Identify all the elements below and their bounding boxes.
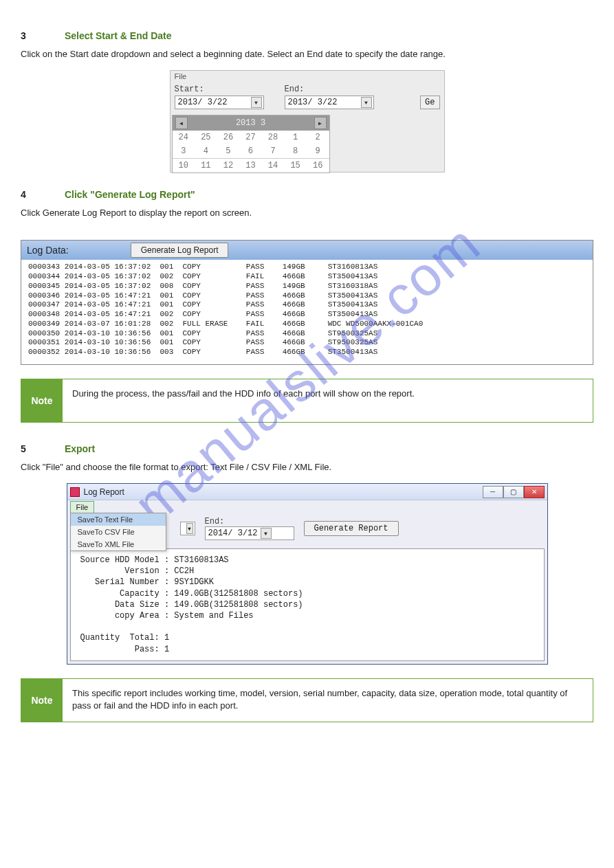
control-row: ▼ End: 2014/ 3/12 ▼ Generate Report [171, 517, 547, 546]
note-content: During the process, the pass/fail and th… [63, 379, 593, 422]
calendar-day[interactable]: 26 [217, 131, 240, 144]
generate-log-report-button[interactable]: Generate Log Report [131, 243, 229, 258]
calendar-day[interactable]: 10 [173, 159, 195, 173]
calendar-day[interactable]: 5 [217, 144, 240, 159]
chevron-down-icon[interactable]: ▼ [186, 523, 193, 534]
calendar-grid: 24 25 26 27 28 1 2 3 4 5 6 7 8 9 10 11 1… [173, 131, 329, 173]
calendar-day[interactable]: 27 [239, 131, 262, 144]
section-2-heading: 4 Click "Generate Log Report" [21, 189, 593, 200]
start-date-value: 2013/ 3/22 [178, 98, 228, 107]
calendar-day[interactable]: 3 [173, 144, 195, 159]
calendar-day[interactable]: 2 [307, 131, 329, 144]
report-text-area: Source HDD Model : ST3160813AS Version :… [70, 548, 545, 661]
section-2-title: Click "Generate Log Report" [65, 189, 195, 200]
file-menu[interactable]: File [171, 71, 444, 82]
section-3-body: Click "File" and choose the file format … [21, 461, 593, 474]
section-2-body: Click Generate Log Report to display the… [21, 207, 593, 219]
chevron-down-icon[interactable]: ▼ [361, 97, 372, 108]
chevron-down-icon[interactable]: ▼ [251, 97, 262, 108]
section-1-heading: 3 Select Start & End Date [21, 30, 593, 41]
end-label: End: [205, 517, 294, 526]
calendar-day[interactable]: 7 [262, 144, 285, 159]
file-menu-popup: SaveTo Text File SaveTo CSV File SaveTo … [70, 513, 166, 551]
log-data-body: 0000343 2014-03-05 16:37:02 001 COPY PAS… [21, 260, 593, 364]
menu-item-save-csv[interactable]: SaveTo CSV File [71, 526, 166, 538]
section-1-body: Click on the Start date dropdown and sel… [21, 48, 593, 60]
end-date-value: 2013/ 3/22 [288, 98, 338, 107]
calendar-day[interactable]: 11 [195, 159, 217, 173]
calendar-day[interactable]: 8 [284, 144, 307, 159]
calendar-next-icon[interactable]: ▶ [314, 117, 327, 129]
note-tab: Note [21, 379, 63, 422]
calendar-day[interactable]: 14 [262, 159, 285, 173]
calendar-day[interactable]: 24 [173, 131, 195, 144]
start-date-block: Start: 2013/ 3/22 ▼ [175, 85, 264, 109]
calendar-day[interactable]: 6 [239, 144, 262, 159]
end-label: End: [285, 85, 374, 94]
start-label: Start: [175, 85, 264, 94]
calendar-header: ◀ 2013 3 ▶ [173, 115, 329, 131]
menu-bar: File [67, 500, 547, 514]
section-2-number: 4 [21, 189, 62, 200]
start-date-dropdown-collapsed[interactable]: ▼ [180, 522, 195, 535]
log-data-panel: Log Data: Generate Log Report 0000343 20… [21, 240, 593, 365]
note-box-1: Note During the process, the pass/fail a… [21, 379, 593, 423]
end-date-value: 2014/ 3/12 [208, 528, 258, 538]
note-content: This specific report includes working ti… [63, 679, 593, 722]
date-picker-panel: File Start: 2013/ 3/22 ▼ End: 2013/ 3/22… [170, 70, 445, 173]
log-data-label: Log Data: [27, 245, 69, 256]
close-button[interactable]: ✕ [524, 486, 545, 498]
section-3-number: 5 [21, 443, 62, 454]
generate-button-partial[interactable]: Ge [420, 96, 439, 109]
calendar-day[interactable]: 25 [195, 131, 217, 144]
section-3-title: Export [65, 443, 95, 454]
maximize-button[interactable]: ▢ [503, 486, 524, 498]
minimize-button[interactable]: ─ [483, 486, 503, 498]
chevron-down-icon[interactable]: ▼ [261, 528, 272, 539]
calendar-day[interactable]: 15 [284, 159, 307, 173]
section-3-heading: 5 Export [21, 443, 593, 454]
calendar-day[interactable]: 13 [239, 159, 262, 173]
section-1-number: 3 [21, 30, 62, 41]
end-date-block: End: 2013/ 3/22 ▼ [285, 85, 374, 109]
calendar-day[interactable]: 9 [307, 144, 329, 159]
note-tab: Note [21, 679, 63, 722]
section-1-title: Select Start & End Date [65, 30, 172, 41]
start-date-dropdown[interactable]: 2013/ 3/22 ▼ [175, 96, 264, 109]
file-menu[interactable]: File [70, 501, 95, 513]
log-data-header: Log Data: Generate Log Report [21, 241, 593, 260]
calendar-day[interactable]: 28 [262, 131, 285, 144]
menu-item-save-text[interactable]: SaveTo Text File [71, 513, 166, 526]
calendar-day[interactable]: 1 [284, 131, 307, 144]
calendar-popup: ◀ 2013 3 ▶ 24 25 26 27 28 1 2 3 4 5 6 7 … [172, 115, 330, 173]
generate-report-button[interactable]: Generate Report [304, 521, 399, 536]
calendar-day[interactable]: 12 [217, 159, 240, 173]
app-icon [70, 487, 80, 497]
calendar-prev-icon[interactable]: ◀ [175, 117, 188, 129]
log-report-window: Log Report ─ ▢ ✕ File SaveTo Text File S… [67, 483, 548, 665]
title-bar: Log Report ─ ▢ ✕ [67, 484, 547, 500]
calendar-day[interactable]: 4 [195, 144, 217, 159]
window-title: Log Report [84, 487, 124, 497]
note-box-2: Note This specific report includes worki… [21, 678, 593, 722]
end-date-dropdown[interactable]: 2013/ 3/22 ▼ [285, 96, 374, 109]
menu-item-save-xml[interactable]: SaveTo XML File [71, 538, 166, 550]
calendar-title: 2013 3 [190, 118, 311, 128]
end-date-dropdown[interactable]: 2014/ 3/12 ▼ [205, 526, 294, 540]
calendar-day[interactable]: 16 [307, 159, 329, 173]
